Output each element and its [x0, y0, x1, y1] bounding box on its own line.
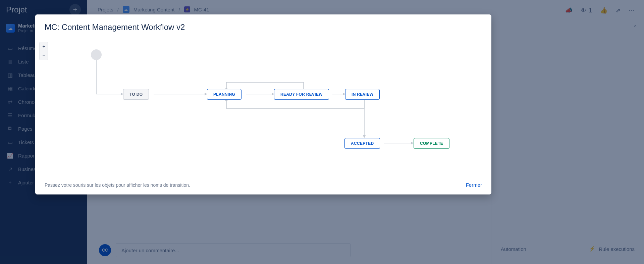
workflow-start-node[interactable]: [91, 49, 102, 60]
svg-marker-6: [363, 135, 366, 138]
zoom-in-button[interactable]: +: [40, 42, 48, 51]
workflow-node-todo[interactable]: TO DO: [123, 89, 149, 100]
workflow-modal: MC: Content Management Workflow v2 + −: [35, 14, 491, 194]
zoom-controls: + −: [39, 42, 48, 60]
modal-hint: Passez votre souris sur les objets pour …: [45, 182, 190, 188]
workflow-node-inreview[interactable]: IN REVIEW: [345, 89, 380, 100]
modal-title: MC: Content Management Workflow v2: [35, 14, 491, 35]
workflow-node-ready[interactable]: READY FOR REVIEW: [274, 89, 329, 100]
modal-footer: Passez votre souris sur les objets pour …: [35, 177, 491, 194]
modal-close-button[interactable]: Fermer: [466, 182, 482, 188]
workflow-diagram[interactable]: + −: [35, 35, 491, 177]
workflow-node-complete[interactable]: COMPLETE: [414, 138, 449, 149]
svg-marker-7: [411, 142, 414, 144]
workflow-node-planning[interactable]: PLANNING: [207, 89, 241, 100]
zoom-out-button[interactable]: −: [40, 51, 48, 60]
workflow-node-accepted[interactable]: ACCEPTED: [344, 138, 380, 149]
workflow-arrows: [35, 35, 491, 177]
